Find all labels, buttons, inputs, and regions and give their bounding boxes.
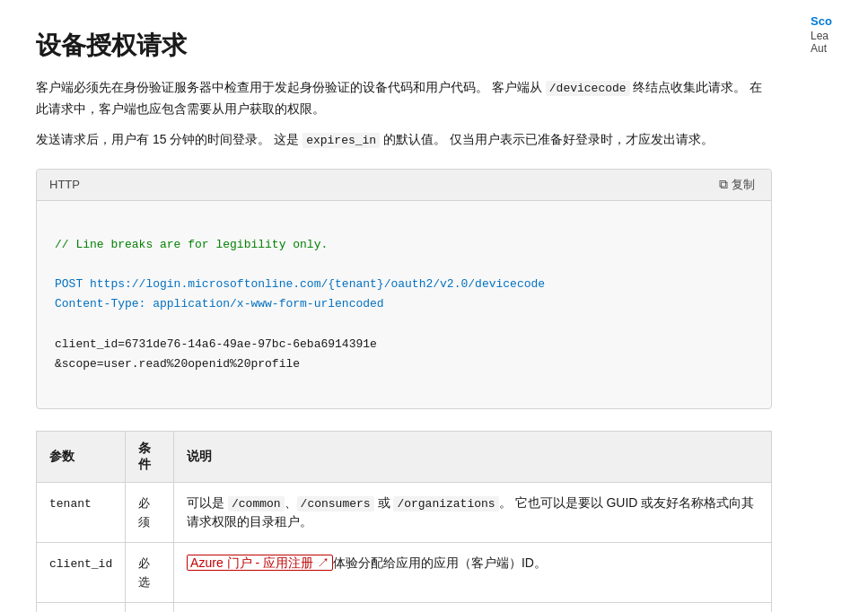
azure-portal-link[interactable]: Azure 门户 - 应用注册 ↗ xyxy=(187,555,333,571)
copy-button[interactable]: ⧉ 复制 xyxy=(715,175,758,195)
code-url-line2: Content-Type: application/x-www-form-url… xyxy=(55,297,384,310)
col-header-condition: 条件 xyxy=(126,431,174,482)
col-header-desc: 说明 xyxy=(174,431,772,482)
params-table: 参数 条件 说明 tenant 必须 可以是 /common、/consumer… xyxy=(36,431,772,612)
code-body-line2: &scope=user.read%20openid%20profile xyxy=(55,357,300,371)
param-req-client-id: 必选 xyxy=(138,556,150,589)
col-header-param: 参数 xyxy=(37,431,126,482)
page-title: 设备授权请求 xyxy=(36,29,772,63)
description-para2: 发送请求后，用户有 15 分钟的时间登录。 这是 expires_in 的默认值… xyxy=(36,129,772,151)
table-row: client_id 必选 Azure 门户 - 应用注册 ↗体验分配给应用的应用… xyxy=(37,543,772,603)
sidebar-sub: Lea Aut xyxy=(811,30,854,55)
table-row: tenant 必须 可以是 /common、/consumers 或 /orga… xyxy=(37,482,772,543)
param-name-client-id: client_id xyxy=(49,557,112,571)
table-row: scope 必需 希望用户同意的范围的空格分隔列表。 xyxy=(37,603,772,612)
code-comment: // Line breaks are for legibility only. xyxy=(55,238,328,251)
param-desc-scope: 希望用户同意的范围的空格分隔列表。 xyxy=(174,603,772,612)
description-para1: 客户端必须先在身份验证服务器中检查用于发起身份验证的设备代码和用户代码。 客户端… xyxy=(36,77,772,118)
code-url-line1: POST https://login.microsoftonline.com/{… xyxy=(55,277,545,291)
param-req-tenant: 必须 xyxy=(138,496,150,529)
param-name-tenant: tenant xyxy=(49,497,92,511)
copy-icon: ⧉ xyxy=(719,177,728,192)
param-desc-tenant: 可以是 /common、/consumers 或 /organizations。… xyxy=(174,482,772,543)
sidebar-link[interactable]: Sco xyxy=(811,14,854,28)
code-block: HTTP ⧉ 复制 // Line breaks are for legibil… xyxy=(36,169,772,409)
code-body-line1: client_id=6731de76-14a6-49ae-97bc-6eba69… xyxy=(55,337,377,351)
code-block-label: HTTP xyxy=(49,178,80,191)
copy-label: 复制 xyxy=(732,177,755,193)
param-desc-client-id: Azure 门户 - 应用注册 ↗体验分配给应用的应用（客户端）ID。 xyxy=(174,543,772,603)
